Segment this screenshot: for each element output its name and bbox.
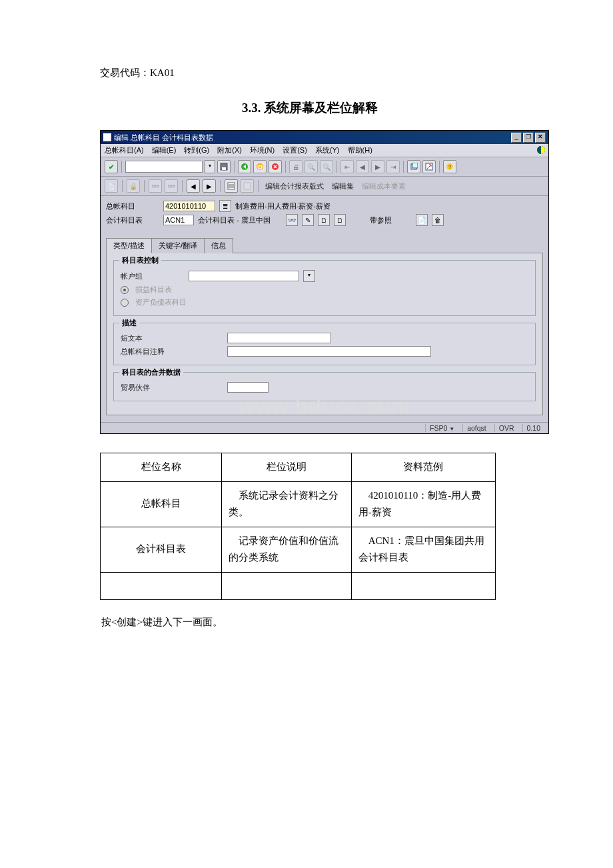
find-icon[interactable]: 🔍 [305,160,318,173]
pl-account-radio[interactable] [121,286,129,294]
transaction-code: 交易代码：KA01 [100,67,520,79]
other-gl-icon[interactable]: 👓 [165,179,178,193]
table-cell [351,572,495,599]
table-row: 总帐科目 系统记录会计资料之分类。 4201010110：制造-用人费用-薪资 [101,481,496,527]
command-field[interactable] [125,161,203,173]
command-dropdown[interactable]: ▾ [205,160,215,173]
group-chart-control-title: 科目表控制 [119,255,161,265]
account-group-dropdown[interactable]: ▾ [303,270,315,282]
menu-environment[interactable]: 环境(N) [250,145,275,155]
save-icon[interactable] [217,160,231,173]
gl-account-search-icon[interactable]: ≣ [219,200,231,212]
bs-account-radio[interactable] [121,299,129,307]
print-icon[interactable]: 🖨 [289,160,303,173]
separator [403,161,404,173]
table-cell: 会计科目表 [101,527,222,572]
edit-set-button[interactable]: 编辑集 [329,180,356,193]
enter-icon[interactable]: ✔ [105,160,118,173]
explanation-table: 栏位名称 栏位说明 资料范例 总帐科目 系统记录会计资料之分类。 4201010… [100,453,496,600]
partner-input[interactable] [227,382,269,393]
comment-input[interactable] [227,346,431,357]
first-page-icon[interactable]: ⇤ [340,160,354,173]
menu-extras[interactable]: 附加(X) [217,145,242,155]
tab-type-description[interactable]: 类型/描述 [106,238,152,253]
table-cell: 系统记录会计资料之分类。 [222,481,351,527]
minimize-button[interactable]: _ [511,133,522,143]
glasses-small-icon[interactable]: 👓 [286,214,298,226]
exit-icon[interactable] [253,160,267,173]
new-doc-icon[interactable]: 🗋 [318,214,330,226]
short-text-input[interactable] [227,333,331,343]
restore-button[interactable]: ❐ [523,133,534,143]
next-page-icon[interactable]: ▶ [371,160,384,173]
menu-gl-account[interactable]: 总帐科目(A) [105,145,144,155]
svg-rect-2 [222,167,226,170]
group-description-title: 描述 [119,318,139,328]
table-header-example: 资料范例 [351,453,495,482]
lock-icon[interactable]: 🔒 [127,179,140,193]
separator [121,161,122,173]
application-toolbar: 📄 🔒 👓 👓 ◀ ▶ 编辑会计报表版式 编辑集 编辑成本要素 [101,177,548,196]
menu-help[interactable]: 帮助(H) [348,145,372,155]
chart-input[interactable] [163,215,194,225]
copy-icon[interactable]: 📄 [416,214,428,226]
tab-keyword-translation[interactable]: 关键字/翻译 [151,238,205,253]
group-consolidation: 科目表的合并数据 贸易伙伴 [113,372,536,401]
next-icon[interactable]: ▶ [203,179,216,193]
sap-logo-icon [536,145,546,155]
pencil-icon[interactable]: ✎ [302,214,314,226]
create-session-icon[interactable] [407,160,420,173]
with-template-label: 带参照 [370,215,392,225]
separator [336,161,337,173]
separator [220,180,221,192]
prev-page-icon[interactable]: ◀ [356,160,369,173]
separator [439,161,440,173]
short-text-label: 短文本 [121,333,223,343]
help-icon[interactable]: ? [443,160,456,173]
svg-rect-12 [244,183,251,189]
prev-icon[interactable]: ◀ [187,179,200,193]
trash-icon[interactable]: 🗑 [432,214,444,226]
account-group-input[interactable] [189,271,299,281]
tab-strip: 类型/描述 关键字/翻译 信息 [106,238,543,253]
edit-cost-element-button: 编辑成本要素 [359,180,408,193]
list-icon[interactable] [225,179,238,193]
separator [122,180,123,192]
shortcut-icon[interactable] [422,160,436,173]
display-change-icon[interactable]: 📄 [105,179,118,193]
back-icon[interactable] [238,160,251,173]
tab-information[interactable]: 信息 [204,238,233,253]
gl-account-desc: 制造费用-用人费用-薪资-薪资 [235,201,330,211]
gl-account-input[interactable] [163,201,215,211]
titlebar: 编辑 总帐科目 会计科目表数据 _ ❐ ✕ [101,131,548,144]
cancel-icon[interactable] [269,160,282,173]
find-next-icon[interactable]: 🔍 [320,160,333,173]
glasses-icon[interactable]: 👓 [149,179,162,193]
list2-icon[interactable] [241,179,254,193]
edit-report-format-button[interactable]: 编辑会计报表版式 [263,180,326,193]
work-area: 总帐科目 ≣ 制造费用-用人费用-薪资-薪资 会计科目表 会计科目表 - 震旦中… [101,196,548,422]
separator [234,161,235,173]
group-chart-control: 科目表控制 帐户组 ▾ 损益科目表 资产负债表科目 [113,260,536,316]
menu-settings[interactable]: 设置(S) [283,145,307,155]
new-doc2-icon[interactable]: 🗋 [334,214,346,226]
menu-goto[interactable]: 转到(G) [184,145,209,155]
status-4: 0.10 [522,424,544,432]
last-page-icon[interactable]: ⇥ [386,160,400,173]
close-button[interactable]: ✕ [535,133,546,143]
chart-label: 会计科目表 [106,215,159,225]
section-title: 3.3. 系统屏幕及栏位解释 [100,99,520,117]
table-header-name: 栏位名称 [101,453,222,482]
table-cell [222,572,351,599]
account-group-label: 帐户组 [121,271,185,281]
separator [285,161,286,173]
menu-edit[interactable]: 编辑(E) [152,145,177,155]
svg-text:?: ? [448,164,452,170]
table-cell: 4201010110：制造-用人费用-薪资 [351,481,495,527]
bs-account-label: 资产负债表科目 [135,297,187,307]
status-3: OVR [494,424,518,432]
table-cell: 总帐科目 [101,481,222,527]
tab-panel: 科目表控制 帐户组 ▾ 损益科目表 资产负债表科目 [106,253,543,415]
table-cell [101,572,222,599]
menu-system[interactable]: 系统(Y) [315,145,340,155]
